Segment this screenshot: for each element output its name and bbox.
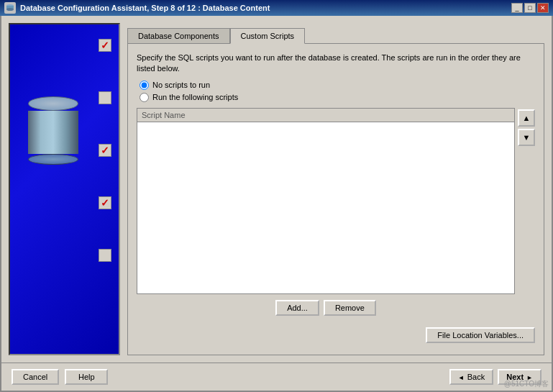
cylinder-top bbox=[28, 96, 78, 111]
remove-button[interactable]: Remove bbox=[324, 300, 376, 316]
add-button[interactable]: Add... bbox=[275, 300, 319, 316]
action-buttons-row: Add... Remove bbox=[137, 297, 515, 319]
tab-content-custom-scripts: Specify the SQL scripts you want to run … bbox=[127, 43, 544, 355]
radio-run-scripts-label: Run the following scripts bbox=[152, 93, 238, 101]
description-text: Specify the SQL scripts you want to run … bbox=[137, 53, 535, 75]
content-area: Database Components Custom Scripts Speci… bbox=[1, 16, 552, 363]
checkboxes-column bbox=[99, 39, 111, 262]
back-button[interactable]: Back bbox=[449, 369, 493, 385]
back-arrow-icon bbox=[458, 373, 465, 381]
radio-run-scripts[interactable]: Run the following scripts bbox=[140, 93, 535, 102]
main-window: Database Components Custom Scripts Speci… bbox=[0, 16, 553, 392]
radio-run-scripts-input[interactable] bbox=[140, 93, 149, 102]
checkbox-2 bbox=[99, 91, 111, 104]
left-panel bbox=[9, 23, 120, 355]
script-table: Script Name bbox=[137, 108, 515, 294]
checkbox-3 bbox=[99, 144, 111, 157]
up-down-buttons: ▲ ▼ bbox=[518, 108, 535, 319]
svg-point-2 bbox=[6, 8, 14, 11]
cylinder-body bbox=[28, 111, 78, 154]
footer: Cancel Help Back Next bbox=[1, 363, 552, 391]
cancel-button[interactable]: Cancel bbox=[12, 369, 59, 385]
radio-no-scripts[interactable]: No scripts to run bbox=[140, 81, 535, 90]
tabs-container: Database Components Custom Scripts bbox=[127, 23, 544, 43]
maximize-button[interactable]: □ bbox=[524, 3, 536, 13]
back-label: Back bbox=[467, 373, 485, 381]
window-icon bbox=[4, 2, 16, 14]
footer-left-buttons: Cancel Help bbox=[12, 369, 108, 385]
move-up-button[interactable]: ▲ bbox=[518, 109, 535, 127]
radio-no-scripts-input[interactable] bbox=[140, 81, 149, 90]
window-title: Database Configuration Assistant, Step 8… bbox=[20, 4, 507, 12]
file-location-button[interactable]: File Location Variables... bbox=[426, 327, 535, 343]
script-table-header: Script Name bbox=[137, 109, 514, 122]
checkbox-4 bbox=[99, 196, 111, 209]
window-controls: _ □ ✕ bbox=[511, 3, 549, 13]
move-down-button[interactable]: ▼ bbox=[518, 129, 535, 146]
minimize-button[interactable]: _ bbox=[511, 3, 523, 13]
file-location-row: File Location Variables... bbox=[137, 324, 535, 346]
cylinder-graphic bbox=[24, 96, 82, 165]
watermark: @51CTO博客 bbox=[504, 379, 549, 389]
script-area-wrapper: Script Name Add... Remove ▲ ▼ bbox=[137, 108, 535, 319]
script-table-body bbox=[137, 122, 514, 293]
checkbox-1 bbox=[99, 39, 111, 52]
help-button[interactable]: Help bbox=[65, 369, 108, 385]
right-panel: Database Components Custom Scripts Speci… bbox=[127, 23, 544, 355]
tab-custom-scripts[interactable]: Custom Scripts bbox=[230, 28, 306, 44]
cylinder-bottom bbox=[28, 154, 78, 165]
checkbox-5 bbox=[99, 249, 111, 262]
radio-group: No scripts to run Run the following scri… bbox=[137, 81, 535, 102]
tab-database-components[interactable]: Database Components bbox=[127, 28, 230, 44]
close-button[interactable]: ✕ bbox=[537, 3, 549, 13]
script-area-inner: Script Name Add... Remove bbox=[137, 108, 515, 319]
radio-no-scripts-label: No scripts to run bbox=[152, 81, 210, 89]
title-bar: Database Configuration Assistant, Step 8… bbox=[0, 0, 553, 16]
database-icon bbox=[24, 96, 89, 161]
